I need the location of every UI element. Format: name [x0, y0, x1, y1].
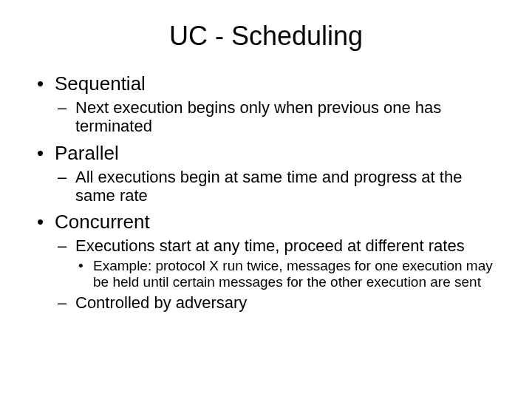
bullet-sequential: Sequential — [37, 72, 502, 95]
bullet-concurrent-detail-2: Controlled by adversary — [58, 293, 502, 312]
bullet-parallel: Parallel — [37, 142, 502, 165]
bullet-parallel-detail: All executions begin at same time and pr… — [58, 168, 502, 205]
bullet-concurrent-example: Example: protocol X run twice, messages … — [78, 258, 502, 290]
slide-title: UC - Scheduling — [0, 21, 532, 52]
bullet-concurrent-detail-1: Executions start at any time, proceed at… — [58, 236, 502, 255]
slide-content: Sequential Next execution begins only wh… — [0, 72, 532, 312]
bullet-sequential-detail: Next execution begins only when previous… — [58, 98, 502, 136]
bullet-concurrent: Concurrent — [37, 211, 502, 233]
bullet-list: Sequential Next execution begins only wh… — [37, 72, 502, 312]
